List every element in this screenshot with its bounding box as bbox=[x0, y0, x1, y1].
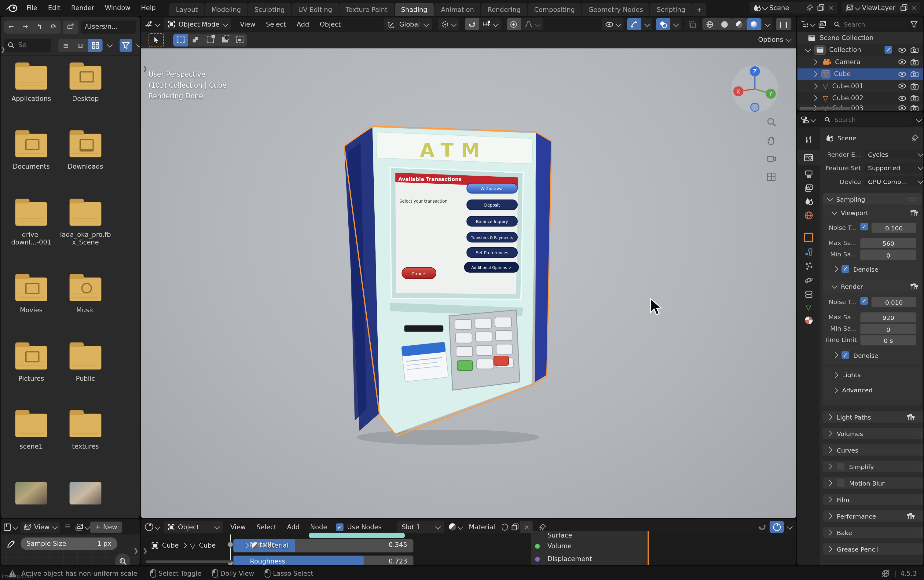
tab-viewlayer-icon[interactable] bbox=[804, 184, 813, 192]
file-item[interactable]: Downloads bbox=[58, 129, 112, 184]
r-noise-field[interactable]: 0.010 bbox=[871, 297, 916, 307]
node-scrollbar[interactable] bbox=[145, 560, 232, 563]
material-browse-dropdown[interactable] bbox=[449, 524, 462, 531]
new-scene-icon[interactable] bbox=[817, 4, 824, 11]
outliner-search-field[interactable] bbox=[843, 20, 886, 28]
outliner-row-cube002[interactable]: ▽ Cube.002 bbox=[797, 92, 923, 104]
r-max-field[interactable]: 920 bbox=[860, 312, 916, 322]
navigation-gizmo[interactable]: Z X Y bbox=[730, 64, 779, 114]
proportional-editing-toggle[interactable] bbox=[507, 18, 520, 30]
remove-viewlayer-icon[interactable]: × bbox=[911, 4, 917, 12]
sampling-panel-header[interactable]: Sampling ∷∷ bbox=[823, 193, 922, 205]
tab-modifiers-icon[interactable] bbox=[804, 247, 813, 256]
advanced-subpanel[interactable]: Advanced bbox=[833, 387, 873, 394]
pause-render-button[interactable]: ❙❙ bbox=[776, 18, 791, 30]
new-viewlayer-icon[interactable] bbox=[900, 4, 907, 11]
image-editor-type-button[interactable] bbox=[4, 523, 17, 531]
file-item[interactable]: Pictures bbox=[4, 341, 58, 396]
new-folder-button[interactable]: 🗀+ bbox=[63, 20, 78, 33]
display-horizontal-list-button[interactable]: ▥ bbox=[73, 38, 88, 51]
outliner-row-camera[interactable]: Camera bbox=[797, 56, 923, 68]
roughness-slider[interactable]: Roughness 0.723 bbox=[233, 555, 414, 565]
gizmo-y-label[interactable]: Y bbox=[769, 91, 772, 97]
shader-editor-type-button[interactable] bbox=[145, 523, 159, 531]
file-item[interactable]: lada_oka_pro.fbx_Scene bbox=[58, 198, 112, 260]
render-visibility-icon[interactable] bbox=[911, 83, 919, 89]
region-expand-arrow[interactable]: ❯ bbox=[1, 46, 5, 52]
pin-icon[interactable] bbox=[806, 4, 813, 11]
tab-uv-editing[interactable]: UV Editing bbox=[292, 3, 339, 16]
image-editor-canvas[interactable]: Sample Size 1 px + ❯ bbox=[1, 534, 140, 565]
slot-dropdown[interactable]: Slot 1 bbox=[397, 521, 444, 533]
tab-compositing[interactable]: Compositing bbox=[528, 3, 581, 16]
tab-shading[interactable]: Shading bbox=[394, 3, 434, 16]
material-output-node[interactable]: Surface Volume Displacement bbox=[532, 531, 649, 565]
menus-hamburger-icon[interactable]: ☰ bbox=[65, 523, 71, 531]
filter-toggle-button[interactable] bbox=[120, 38, 132, 51]
preset-sliders-icon[interactable] bbox=[911, 283, 917, 289]
falloff-dropdown[interactable] bbox=[520, 20, 542, 28]
sampling-viewport-subheader[interactable]: Viewport bbox=[823, 207, 922, 218]
shading-solid-button[interactable] bbox=[717, 18, 732, 30]
nav-back-button[interactable]: ← bbox=[4, 20, 18, 33]
toolbar-expand-arrow[interactable]: ❯ bbox=[143, 548, 148, 554]
add-workspace-button[interactable]: + bbox=[692, 3, 706, 16]
active-tool-button[interactable] bbox=[148, 33, 164, 47]
fake-user-shield-icon[interactable] bbox=[502, 523, 508, 531]
new-image-button[interactable]: +New bbox=[90, 521, 122, 533]
menu-window[interactable]: Window bbox=[100, 4, 136, 12]
display-thumbnails-button[interactable] bbox=[88, 38, 102, 51]
display-mode-icon[interactable] bbox=[819, 20, 826, 28]
panel-bake[interactable]: Bake ∷∷ bbox=[823, 527, 923, 538]
file-search-input[interactable] bbox=[4, 38, 51, 51]
shader-menu-view[interactable]: View bbox=[225, 523, 251, 531]
outliner-scrollbar[interactable] bbox=[800, 107, 850, 110]
shader-type-dropdown[interactable]: Object bbox=[164, 521, 223, 533]
viewport-menu-object[interactable]: Object bbox=[315, 20, 346, 28]
properties-search[interactable] bbox=[821, 114, 911, 125]
tab-sculpting[interactable]: Sculpting bbox=[248, 3, 292, 16]
file-item[interactable]: Desktop bbox=[58, 61, 112, 117]
zoom-tool-icon[interactable] bbox=[767, 117, 776, 127]
simplify-checkbox[interactable] bbox=[837, 463, 845, 470]
outliner-search[interactable] bbox=[830, 19, 907, 30]
r-min-field[interactable]: 0 bbox=[860, 324, 916, 334]
perspective-toggle-icon[interactable] bbox=[767, 172, 776, 181]
shader-overlays-toggle[interactable] bbox=[770, 521, 784, 533]
hide-eye-icon[interactable] bbox=[898, 96, 906, 101]
viewlayer-selector[interactable]: ViewLayer × bbox=[842, 2, 921, 14]
hide-eye-icon[interactable] bbox=[898, 83, 906, 89]
tab-texture-paint[interactable]: Texture Paint bbox=[339, 3, 394, 16]
tab-material-icon[interactable] bbox=[805, 316, 812, 324]
panel-performance[interactable]: Performance ∷∷ bbox=[823, 510, 923, 522]
file-item[interactable] bbox=[4, 477, 58, 518]
viewport-menu-select[interactable]: Select bbox=[261, 20, 291, 28]
panel-film[interactable]: Film ∷∷ bbox=[823, 494, 923, 505]
principled-node-header-fragment[interactable] bbox=[309, 533, 405, 538]
pivot-point-dropdown[interactable] bbox=[438, 18, 459, 30]
tab-animation[interactable]: Animation bbox=[435, 3, 481, 16]
hide-eye-icon[interactable] bbox=[898, 47, 906, 53]
tab-scripting[interactable]: Scripting bbox=[650, 3, 692, 16]
gizmo-minus-z[interactable] bbox=[751, 103, 759, 111]
motion-blur-checkbox[interactable] bbox=[837, 479, 845, 487]
render-engine-dropdown[interactable]: Cycles bbox=[865, 149, 923, 159]
nav-forward-button[interactable]: → bbox=[18, 20, 32, 33]
outliner-filter-icon[interactable] bbox=[911, 21, 917, 27]
tab-render-active[interactable] bbox=[797, 150, 820, 165]
options-dropdown[interactable]: Options bbox=[758, 36, 790, 44]
render-visibility-icon[interactable] bbox=[911, 95, 919, 101]
hide-eye-icon[interactable] bbox=[898, 71, 906, 77]
panel-light-paths[interactable]: Light Paths ∷∷ bbox=[823, 411, 923, 423]
xray-toggle[interactable] bbox=[685, 18, 699, 30]
hide-eye-icon[interactable] bbox=[898, 105, 906, 110]
copy-material-icon[interactable] bbox=[512, 524, 519, 531]
r-noise-checkbox[interactable]: ✓ bbox=[860, 297, 868, 305]
outliner-row-scene-collection[interactable]: Scene Collection bbox=[797, 32, 923, 44]
hide-eye-icon[interactable] bbox=[898, 59, 906, 65]
snap-toggle[interactable] bbox=[465, 18, 479, 30]
tab-physics-icon[interactable] bbox=[804, 276, 813, 285]
r-denoise-row[interactable]: ✓ Denoise bbox=[833, 351, 878, 359]
viewport-menu-view[interactable]: View bbox=[235, 20, 261, 28]
vp-noise-field[interactable]: 0.100 bbox=[871, 223, 916, 233]
